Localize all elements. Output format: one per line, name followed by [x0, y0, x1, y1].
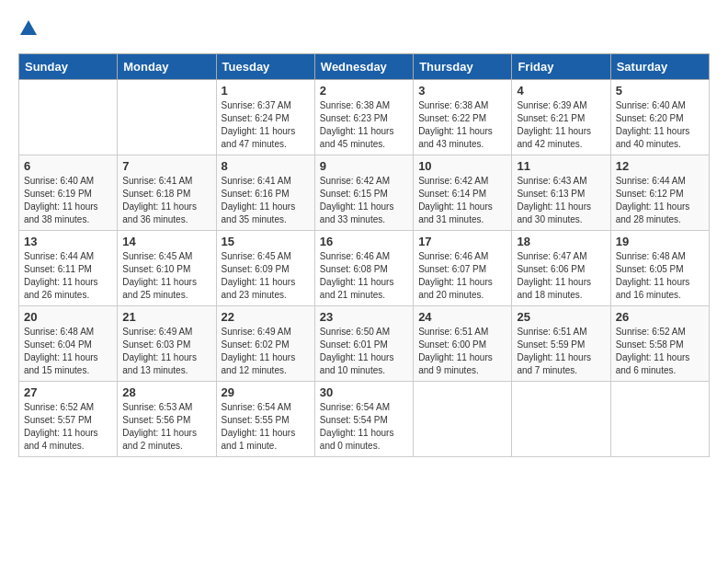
calendar-cell: 1Sunrise: 6:37 AM Sunset: 6:24 PM Daylig… — [216, 80, 314, 155]
day-info: Sunrise: 6:44 AM Sunset: 6:11 PM Dayligh… — [24, 250, 112, 302]
day-info: Sunrise: 6:42 AM Sunset: 6:14 PM Dayligh… — [418, 175, 506, 226]
day-number: 7 — [122, 159, 210, 173]
day-info: Sunrise: 6:53 AM Sunset: 5:56 PM Dayligh… — [122, 401, 210, 453]
calendar-cell: 15Sunrise: 6:45 AM Sunset: 6:09 PM Dayli… — [216, 231, 314, 306]
day-number: 5 — [616, 84, 704, 98]
calendar-body: 1Sunrise: 6:37 AM Sunset: 6:24 PM Daylig… — [19, 80, 710, 457]
calendar-cell: 4Sunrise: 6:39 AM Sunset: 6:21 PM Daylig… — [512, 80, 610, 155]
day-of-week-row: SundayMondayTuesdayWednesdayThursdayFrid… — [19, 54, 710, 80]
day-info: Sunrise: 6:43 AM Sunset: 6:13 PM Dayligh… — [517, 175, 605, 226]
day-info: Sunrise: 6:44 AM Sunset: 6:12 PM Dayligh… — [616, 175, 704, 226]
day-number: 11 — [517, 159, 605, 173]
logo-icon — [18, 18, 39, 39]
day-number: 4 — [517, 84, 605, 98]
day-number: 26 — [616, 310, 704, 324]
calendar-cell: 3Sunrise: 6:38 AM Sunset: 6:22 PM Daylig… — [414, 80, 512, 155]
day-info: Sunrise: 6:51 AM Sunset: 6:00 PM Dayligh… — [418, 326, 506, 377]
day-number: 28 — [122, 385, 210, 399]
day-info: Sunrise: 6:38 AM Sunset: 6:23 PM Dayligh… — [320, 99, 408, 151]
day-number: 12 — [616, 159, 704, 173]
calendar-cell: 14Sunrise: 6:45 AM Sunset: 6:10 PM Dayli… — [118, 231, 216, 306]
calendar-cell: 18Sunrise: 6:47 AM Sunset: 6:06 PM Dayli… — [512, 231, 610, 306]
day-of-week-header: Monday — [118, 54, 216, 80]
calendar-cell — [19, 80, 118, 155]
day-of-week-header: Tuesday — [216, 54, 314, 80]
day-of-week-header: Thursday — [414, 54, 512, 80]
day-number: 25 — [517, 310, 605, 324]
day-info: Sunrise: 6:48 AM Sunset: 6:05 PM Dayligh… — [616, 250, 704, 302]
calendar-cell — [512, 382, 610, 457]
day-info: Sunrise: 6:50 AM Sunset: 6:01 PM Dayligh… — [320, 326, 408, 377]
day-number: 2 — [320, 84, 408, 98]
day-of-week-header: Friday — [512, 54, 610, 80]
day-number: 27 — [24, 385, 112, 399]
calendar-cell — [118, 80, 216, 155]
day-number: 18 — [517, 235, 605, 248]
calendar-cell: 19Sunrise: 6:48 AM Sunset: 6:05 PM Dayli… — [610, 231, 709, 306]
day-info: Sunrise: 6:41 AM Sunset: 6:16 PM Dayligh… — [222, 175, 310, 226]
day-number: 9 — [320, 159, 408, 173]
calendar-week-row: 13Sunrise: 6:44 AM Sunset: 6:11 PM Dayli… — [19, 231, 710, 306]
day-info: Sunrise: 6:52 AM Sunset: 5:57 PM Dayligh… — [24, 401, 112, 453]
calendar-cell: 8Sunrise: 6:41 AM Sunset: 6:16 PM Daylig… — [216, 155, 314, 231]
day-number: 1 — [222, 84, 310, 98]
day-info: Sunrise: 6:49 AM Sunset: 6:03 PM Dayligh… — [122, 326, 210, 377]
day-info: Sunrise: 6:40 AM Sunset: 6:19 PM Dayligh… — [24, 175, 112, 226]
calendar-cell: 16Sunrise: 6:46 AM Sunset: 6:08 PM Dayli… — [314, 231, 413, 306]
day-number: 21 — [122, 310, 210, 324]
calendar-cell: 10Sunrise: 6:42 AM Sunset: 6:14 PM Dayli… — [414, 155, 512, 231]
calendar-cell: 25Sunrise: 6:51 AM Sunset: 5:59 PM Dayli… — [512, 306, 610, 382]
day-number: 13 — [24, 235, 112, 248]
calendar-cell: 27Sunrise: 6:52 AM Sunset: 5:57 PM Dayli… — [19, 382, 118, 457]
day-info: Sunrise: 6:38 AM Sunset: 6:22 PM Dayligh… — [418, 99, 506, 151]
day-info: Sunrise: 6:46 AM Sunset: 6:08 PM Dayligh… — [320, 250, 408, 302]
calendar-cell: 21Sunrise: 6:49 AM Sunset: 6:03 PM Dayli… — [118, 306, 216, 382]
day-info: Sunrise: 6:54 AM Sunset: 5:55 PM Dayligh… — [222, 401, 310, 453]
calendar-cell: 23Sunrise: 6:50 AM Sunset: 6:01 PM Dayli… — [314, 306, 413, 382]
day-info: Sunrise: 6:37 AM Sunset: 6:24 PM Dayligh… — [222, 99, 310, 151]
day-info: Sunrise: 6:49 AM Sunset: 6:02 PM Dayligh… — [222, 326, 310, 377]
calendar-cell: 17Sunrise: 6:46 AM Sunset: 6:07 PM Dayli… — [414, 231, 512, 306]
calendar-week-row: 1Sunrise: 6:37 AM Sunset: 6:24 PM Daylig… — [19, 80, 710, 155]
day-of-week-header: Saturday — [610, 54, 709, 80]
header — [18, 18, 710, 39]
day-number: 14 — [122, 235, 210, 248]
day-number: 19 — [616, 235, 704, 248]
day-number: 20 — [24, 310, 112, 324]
calendar-cell: 11Sunrise: 6:43 AM Sunset: 6:13 PM Dayli… — [512, 155, 610, 231]
day-number: 24 — [418, 310, 506, 324]
day-info: Sunrise: 6:41 AM Sunset: 6:18 PM Dayligh… — [122, 175, 210, 226]
calendar-cell: 26Sunrise: 6:52 AM Sunset: 5:58 PM Dayli… — [610, 306, 709, 382]
calendar-cell: 5Sunrise: 6:40 AM Sunset: 6:20 PM Daylig… — [610, 80, 709, 155]
day-number: 10 — [418, 159, 506, 173]
calendar-cell: 7Sunrise: 6:41 AM Sunset: 6:18 PM Daylig… — [118, 155, 216, 231]
calendar-week-row: 20Sunrise: 6:48 AM Sunset: 6:04 PM Dayli… — [19, 306, 710, 382]
day-number: 16 — [320, 235, 408, 248]
calendar-table: SundayMondayTuesdayWednesdayThursdayFrid… — [18, 53, 710, 457]
calendar-cell — [414, 382, 512, 457]
day-of-week-header: Sunday — [19, 54, 118, 80]
day-number: 15 — [222, 235, 310, 248]
day-number: 17 — [418, 235, 506, 248]
day-info: Sunrise: 6:52 AM Sunset: 5:58 PM Dayligh… — [616, 326, 704, 377]
day-info: Sunrise: 6:48 AM Sunset: 6:04 PM Dayligh… — [24, 326, 112, 377]
day-info: Sunrise: 6:47 AM Sunset: 6:06 PM Dayligh… — [517, 250, 605, 302]
logo — [18, 18, 42, 39]
day-number: 6 — [24, 159, 112, 173]
calendar-cell: 30Sunrise: 6:54 AM Sunset: 5:54 PM Dayli… — [314, 382, 413, 457]
day-info: Sunrise: 6:54 AM Sunset: 5:54 PM Dayligh… — [320, 401, 408, 453]
day-number: 30 — [320, 385, 408, 399]
calendar-cell: 28Sunrise: 6:53 AM Sunset: 5:56 PM Dayli… — [118, 382, 216, 457]
calendar-cell: 9Sunrise: 6:42 AM Sunset: 6:15 PM Daylig… — [314, 155, 413, 231]
day-number: 8 — [222, 159, 310, 173]
svg-marker-0 — [20, 20, 37, 35]
calendar-cell: 12Sunrise: 6:44 AM Sunset: 6:12 PM Dayli… — [610, 155, 709, 231]
day-info: Sunrise: 6:39 AM Sunset: 6:21 PM Dayligh… — [517, 99, 605, 151]
day-number: 29 — [222, 385, 310, 399]
day-info: Sunrise: 6:51 AM Sunset: 5:59 PM Dayligh… — [517, 326, 605, 377]
calendar-cell — [610, 382, 709, 457]
calendar-week-row: 6Sunrise: 6:40 AM Sunset: 6:19 PM Daylig… — [19, 155, 710, 231]
day-number: 22 — [222, 310, 310, 324]
day-info: Sunrise: 6:42 AM Sunset: 6:15 PM Dayligh… — [320, 175, 408, 226]
day-number: 23 — [320, 310, 408, 324]
